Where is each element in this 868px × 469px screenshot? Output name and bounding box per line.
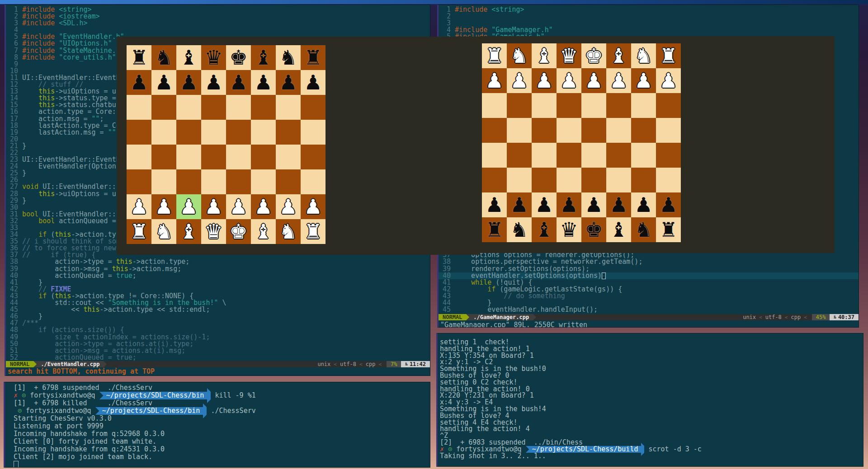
board-square[interactable] — [127, 169, 151, 194]
board-square[interactable]: ♟ — [226, 194, 251, 219]
code-line[interactable]: 46 } — [6, 313, 430, 320]
board-square[interactable] — [251, 169, 276, 194]
board-square[interactable]: ♛ — [201, 219, 226, 244]
board-square[interactable]: ♟ — [301, 194, 326, 219]
terminal-chess-client[interactable]: setting 1 check!handling the action! 1X:… — [436, 333, 863, 467]
board-square[interactable]: ♟ — [276, 194, 301, 219]
board-square[interactable] — [251, 120, 276, 145]
board-square[interactable] — [276, 169, 301, 194]
chess-window-black-perspective[interactable]: ♜♞♝♛♚♝♞♜♟♟♟♟♟♟♟♟♟♟♟♟♟♟♟♟♜♞♝♛♚♝♞♜ — [480, 36, 835, 253]
board-square[interactable] — [581, 168, 606, 192]
board-square[interactable] — [301, 120, 326, 145]
board-square[interactable]: ♜ — [656, 217, 681, 242]
board-square[interactable] — [656, 168, 681, 192]
board-square[interactable] — [631, 168, 656, 192]
board-square[interactable] — [557, 143, 581, 168]
board-square[interactable]: ♞ — [631, 217, 656, 242]
board-square[interactable] — [176, 169, 201, 194]
board-square[interactable] — [557, 168, 581, 192]
board-square[interactable]: ♞ — [507, 217, 532, 242]
board-square[interactable]: ♞ — [276, 219, 301, 244]
board-square[interactable]: ♞ — [276, 45, 301, 70]
board-square[interactable] — [276, 95, 301, 120]
board-square[interactable]: ♟ — [507, 68, 532, 93]
board-square[interactable] — [127, 95, 151, 120]
board-square[interactable] — [226, 120, 251, 145]
code-line[interactable]: 45 << this->action.type << std::endl; — [6, 306, 430, 313]
board-square[interactable]: ♟ — [532, 68, 557, 93]
board-square[interactable] — [482, 93, 507, 118]
board-square[interactable] — [581, 143, 606, 168]
board-square[interactable]: ♟ — [127, 194, 151, 219]
board-square[interactable]: ♟ — [656, 192, 681, 217]
code-line[interactable]: 3#include <SDL.h> — [6, 20, 430, 27]
board-square[interactable]: ♛ — [201, 45, 226, 70]
board-square[interactable]: ♟ — [631, 192, 656, 217]
board-square[interactable]: ♝ — [532, 217, 557, 242]
board-square[interactable] — [151, 145, 176, 169]
board-square[interactable] — [557, 93, 581, 118]
board-square[interactable] — [606, 168, 631, 192]
board-square[interactable] — [276, 120, 301, 145]
board-square[interactable] — [482, 143, 507, 168]
board-square[interactable]: ♟ — [581, 68, 606, 93]
board-square[interactable] — [482, 118, 507, 143]
board-square[interactable]: ♝ — [251, 219, 276, 244]
code-line[interactable]: 52 actionQueued = true; — [6, 354, 430, 361]
board-square[interactable]: ♝ — [251, 45, 276, 70]
code-line[interactable]: 43 // do something — [439, 293, 859, 300]
board-square[interactable]: ♟ — [176, 70, 201, 95]
board-square[interactable] — [656, 143, 681, 168]
board-square[interactable] — [151, 95, 176, 120]
board-square[interactable]: ♜ — [656, 43, 681, 68]
code-line[interactable]: 45 eventHandler.handleInput(); — [439, 306, 859, 313]
board-square[interactable] — [507, 143, 532, 168]
board-square[interactable] — [301, 145, 326, 169]
board-square[interactable] — [176, 95, 201, 120]
board-square[interactable]: ♟ — [532, 192, 557, 217]
board-square[interactable] — [581, 93, 606, 118]
board-square[interactable] — [532, 118, 557, 143]
board-square[interactable]: ♟ — [276, 70, 301, 95]
board-square[interactable] — [151, 169, 176, 194]
board-square[interactable] — [606, 93, 631, 118]
board-square[interactable] — [532, 168, 557, 192]
board-square[interactable]: ♝ — [176, 219, 201, 244]
board-square[interactable]: ♜ — [301, 45, 326, 70]
board-square[interactable] — [656, 93, 681, 118]
board-square[interactable]: ♟ — [631, 68, 656, 93]
board-square[interactable]: ♞ — [631, 43, 656, 68]
board-square[interactable]: ♟ — [251, 194, 276, 219]
board-square[interactable] — [606, 143, 631, 168]
board-square[interactable]: ♟ — [482, 68, 507, 93]
board-square[interactable] — [151, 120, 176, 145]
board-square[interactable]: ♟ — [656, 68, 681, 93]
board-square[interactable] — [507, 168, 532, 192]
board-square[interactable]: ♝ — [606, 217, 631, 242]
board-square[interactable] — [507, 118, 532, 143]
board-square[interactable]: ♞ — [151, 45, 176, 70]
chess-window-white-perspective[interactable]: ♜♞♝♛♚♝♞♜♟♟♟♟♟♟♟♟♟♟♟♟♟♟♟♟♜♞♝♛♚♝♞♜ — [117, 37, 480, 255]
board-square[interactable]: ♟ — [301, 70, 326, 95]
code-line[interactable]: 40 actionQueued = true; — [6, 272, 430, 279]
board-square[interactable]: ♟ — [151, 70, 176, 95]
code-line[interactable]: 1#include <string> — [439, 6, 859, 13]
board-square[interactable] — [127, 120, 151, 145]
board-square[interactable] — [201, 169, 226, 194]
board-square[interactable]: ♟ — [226, 70, 251, 95]
chess-board[interactable]: ♜♞♝♛♚♝♞♜♟♟♟♟♟♟♟♟♟♟♟♟♟♟♟♟♜♞♝♛♚♝♞♜ — [127, 45, 326, 244]
board-square[interactable]: ♟ — [606, 192, 631, 217]
board-square[interactable] — [301, 95, 326, 120]
board-square[interactable]: ♟ — [151, 194, 176, 219]
chess-board[interactable]: ♜♞♝♛♚♝♞♜♟♟♟♟♟♟♟♟♟♟♟♟♟♟♟♟♜♞♝♛♚♝♞♜ — [482, 43, 681, 242]
board-square[interactable] — [656, 118, 681, 143]
board-square[interactable]: ♚ — [226, 219, 251, 244]
board-square[interactable]: ♝ — [176, 45, 201, 70]
board-square[interactable]: ♝ — [606, 43, 631, 68]
board-square[interactable] — [581, 118, 606, 143]
board-square[interactable] — [226, 169, 251, 194]
board-square[interactable]: ♟ — [606, 68, 631, 93]
board-square[interactable]: ♚ — [226, 45, 251, 70]
board-square[interactable]: ♝ — [532, 43, 557, 68]
board-square[interactable]: ♟ — [581, 192, 606, 217]
